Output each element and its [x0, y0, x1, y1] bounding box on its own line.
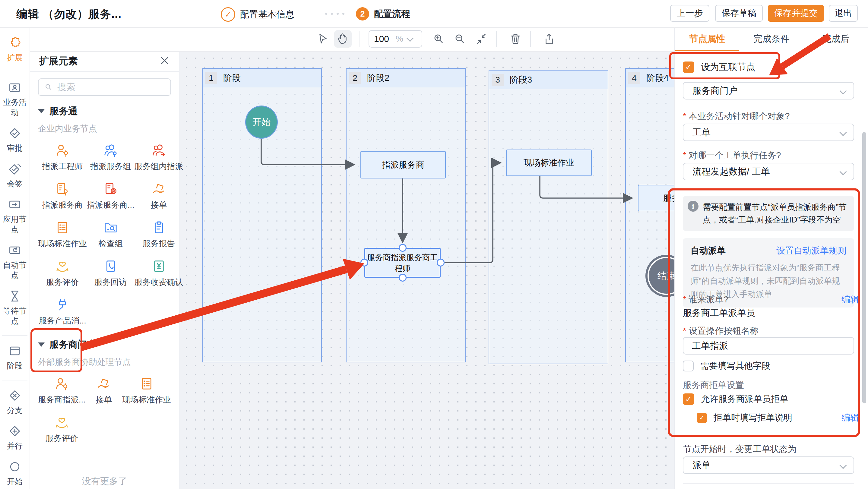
palette-item[interactable]: 指派服务商: [38, 182, 87, 210]
palette-item[interactable]: 服务回访: [87, 259, 134, 288]
prev-step-button[interactable]: 上一步: [670, 5, 709, 22]
people-arrow-icon: [152, 143, 166, 157]
onsite-standard-work-node[interactable]: 现场标准作业: [506, 150, 592, 176]
rail-divider: [2, 72, 27, 72]
folder-search-icon: [104, 221, 118, 234]
chevron-down-icon: [406, 34, 413, 42]
save-draft-button[interactable]: 保存草稿: [715, 5, 763, 22]
node-properties-panel: 节点属性 完成条件 完成后 ✓ 设为互联节点 服务商门户 *本业务活动针对哪个对…: [674, 27, 868, 489]
fit-to-screen-icon[interactable]: [472, 30, 490, 47]
section-header-fuwutong[interactable]: 服务通: [38, 105, 171, 118]
palette-item[interactable]: 服务收费确认: [134, 259, 183, 288]
rail-item-start[interactable]: 开始: [0, 460, 30, 487]
step-label: 配置流程: [374, 8, 410, 20]
export-icon[interactable]: [540, 30, 558, 47]
checkbox-checked-icon: ✓: [683, 393, 694, 405]
delete-icon[interactable]: [507, 30, 524, 47]
workflow-editor-window: 编辑 （勿改）服务... ✓ 配置基本信息 2 配置流程 上一步 保存草稿 保存…: [0, 0, 868, 489]
auto-dispatch-rule-link[interactable]: 设置自动派单规则: [776, 245, 846, 257]
palette-item[interactable]: 现场标准作业: [122, 377, 171, 405]
status-change-label: 节点开始时，变更工单状态为: [683, 443, 797, 455]
zoom-in-icon[interactable]: [430, 30, 447, 47]
prerequisite-info-box: i 需要配置前置节点“派单员指派服务商”节点，或者“工单.对接企业ID”字段不为…: [683, 196, 854, 231]
palette-item[interactable]: 指派服务组: [87, 143, 134, 172]
clipboard-icon: [152, 221, 166, 234]
palette-item[interactable]: 现场标准作业: [38, 221, 87, 249]
target-object-select[interactable]: 工单: [683, 124, 854, 141]
inspector-scrollbar[interactable]: [862, 132, 866, 403]
pointer-tool-icon[interactable]: [314, 30, 332, 47]
palette-item[interactable]: 服务组内指派: [134, 143, 183, 172]
palette-item[interactable]: 服务评价: [38, 416, 86, 444]
rail-item-extension[interactable]: 扩展: [0, 36, 30, 63]
close-icon[interactable]: [159, 56, 170, 67]
checklist-icon: [56, 221, 69, 234]
palette-item[interactable]: 检查组: [87, 221, 134, 249]
auto-dispatch-title: 自动派单: [691, 245, 726, 257]
button-name-input[interactable]: [683, 337, 854, 355]
palette-item[interactable]: 接单: [86, 377, 122, 405]
section-subtitle: 企业内业务节点: [38, 123, 171, 134]
other-fields-checkbox[interactable]: 需要填写其他字段: [683, 360, 770, 372]
allow-reject-checkbox[interactable]: ✓ 允许服务商派单员拒单: [683, 393, 788, 405]
rail-item-countersign[interactable]: 会签: [0, 162, 30, 189]
section-header-provider-portal[interactable]: 服务商门户: [38, 338, 171, 351]
rail-item-wait-node[interactable]: 等待节点: [0, 289, 30, 326]
palette-item[interactable]: 指派工程师: [38, 143, 87, 172]
reject-note-checkbox[interactable]: ✓ 拒单时填写拒单说明: [697, 412, 792, 424]
node-handle-top[interactable]: [399, 244, 407, 252]
id-card-icon: [8, 81, 22, 94]
palette-item-provider-assign[interactable]: 服务商指派...: [38, 377, 86, 405]
step-configure-flow[interactable]: 2 配置流程: [356, 7, 410, 21]
interlink-node-checkbox[interactable]: ✓ 设为互联节点: [683, 61, 755, 73]
rail-item-approval[interactable]: 审批: [0, 127, 30, 153]
rail-item-parallel[interactable]: 并行: [0, 424, 30, 451]
node-handle-bottom[interactable]: [399, 274, 407, 282]
palette-item[interactable]: 服务评价: [38, 259, 87, 288]
zoom-level-input[interactable]: 100 %: [369, 30, 422, 47]
reject-settings-title: 服务商拒单设置: [683, 379, 744, 391]
provider-assign-engineer-node-selected[interactable]: 服务商指派服务商工程师: [364, 248, 441, 278]
toolbar-divider: [530, 31, 531, 47]
panel-divider: [683, 483, 854, 484]
which-ticket-select[interactable]: 流程发起数据/ 工单: [683, 163, 854, 180]
who-dispatch-label: *谁来派单?: [683, 294, 728, 306]
palette-item[interactable]: 服务产品消...: [38, 298, 87, 326]
save-submit-button[interactable]: 保存并提交: [768, 5, 824, 22]
search-input[interactable]: 搜索: [38, 78, 171, 96]
hand-sheet-icon: [97, 377, 111, 391]
node-handle-left[interactable]: [361, 259, 368, 266]
exit-button[interactable]: 退出: [829, 5, 858, 22]
start-node[interactable]: 开始: [245, 105, 278, 139]
node-handle-right[interactable]: [437, 259, 444, 266]
heart-hands-icon: [56, 259, 69, 273]
element-grid: 服务商指派... 接单 现场标准作业 服务评价: [38, 377, 171, 444]
box-arrow-icon: [8, 198, 22, 211]
chevron-down-icon: [839, 168, 846, 175]
tab-after-completion[interactable]: 完成后: [804, 27, 868, 51]
zoom-out-icon[interactable]: [451, 30, 469, 47]
portal-select[interactable]: 服务商门户: [683, 82, 854, 99]
assign-provider-node[interactable]: 指派服务商: [361, 151, 446, 178]
rail-item-auto-node[interactable]: 自动节点: [0, 243, 30, 281]
palette-item[interactable]: 指派服务商...: [87, 182, 134, 210]
rail-item-stage[interactable]: 阶段: [0, 344, 30, 371]
who-dispatch-edit-link[interactable]: 编辑: [841, 294, 859, 306]
palette-item[interactable]: 服务报告: [134, 221, 183, 249]
status-select[interactable]: 派单: [683, 456, 854, 474]
palette-item[interactable]: 接单: [134, 182, 183, 210]
rail-item-branch[interactable]: 分支: [0, 389, 30, 416]
reject-note-edit-link[interactable]: 编辑: [841, 412, 859, 424]
chevron-down-icon: [839, 87, 846, 94]
hand-tool-icon[interactable]: [334, 30, 352, 47]
hourglass-icon: [8, 289, 22, 303]
caret-down-icon: [38, 109, 44, 113]
heart-hands-icon: [55, 416, 69, 429]
step-done-check-icon: ✓: [221, 7, 235, 22]
tab-completion-condition[interactable]: 完成条件: [739, 27, 803, 51]
rail-item-app-node[interactable]: 应用节点: [0, 198, 30, 234]
step-basic-info[interactable]: ✓ 配置基本信息: [221, 7, 294, 22]
inspector-tabs: 节点属性 完成条件 完成后: [675, 27, 868, 51]
tab-node-properties[interactable]: 节点属性: [675, 27, 739, 51]
rail-item-business-activity[interactable]: 业务活动: [0, 81, 30, 118]
